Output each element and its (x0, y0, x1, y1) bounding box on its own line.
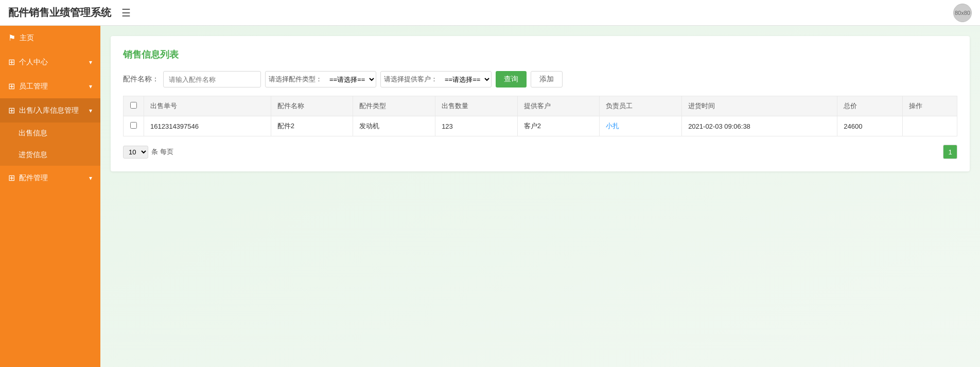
cell-time: 2021-02-03 09:06:38 (682, 116, 837, 136)
header-left: 配件销售业绩管理系统 ☰ (8, 6, 131, 20)
table-header-row: 出售单号 配件名称 配件类型 出售数量 提供客户 负责员工 进货时间 总价 操作 (124, 96, 957, 116)
row-checkbox-cell (124, 116, 144, 136)
cell-order-no: 1612314397546 (144, 116, 271, 136)
col-actions: 操作 (903, 96, 957, 116)
sidebar-subitem-inventory-info-label: 进货信息 (19, 150, 47, 160)
layout: ⚑ 主页 ⊞ 个人中心 ▾ ⊞ 员工管理 ▾ ⊞ 出售/入库信息管理 ▾ 出售信… (0, 26, 980, 367)
part-type-select-wrap: 请选择配件类型： ==请选择== (265, 71, 376, 88)
home-icon: ⚑ (8, 33, 15, 43)
cell-total-price: 24600 (837, 116, 903, 136)
col-part-type: 配件类型 (353, 96, 435, 116)
row-checkbox[interactable] (130, 122, 137, 129)
chevron-down-icon: ▾ (89, 107, 92, 114)
supplier-label: 请选择提供客户： (381, 75, 441, 84)
personal-icon: ⊞ (8, 57, 15, 67)
supplier-select-wrap: 请选择提供客户： ==请选择== (380, 71, 492, 88)
select-all-checkbox[interactable] (130, 102, 137, 109)
supplier-select[interactable]: ==请选择== (441, 72, 491, 87)
sidebar-item-personal-label: 个人中心 (19, 58, 48, 67)
sidebar-item-home-label: 主页 (20, 33, 34, 43)
add-button[interactable]: 添加 (531, 71, 563, 88)
cell-quantity: 123 (435, 116, 518, 136)
sidebar-item-home[interactable]: ⚑ 主页 (0, 26, 100, 50)
table-row: 1612314397546 配件2 发动机 123 客户2 小扎 2021-02… (124, 116, 957, 136)
sidebar-item-employee[interactable]: ⊞ 员工管理 ▾ (0, 74, 100, 98)
cell-employee: 小扎 (600, 116, 682, 136)
col-part-name: 配件名称 (271, 96, 353, 116)
col-checkbox (124, 96, 144, 116)
part-type-select[interactable]: ==请选择== (325, 72, 376, 87)
col-time: 进货时间 (682, 96, 837, 116)
menu-icon[interactable]: ☰ (121, 7, 131, 19)
col-total-price: 总价 (837, 96, 903, 116)
sidebar-item-parts[interactable]: ⊞ 配件管理 ▾ (0, 166, 100, 190)
main-content: 销售信息列表 配件名称： 请选择配件类型： ==请选择== 请选择提供客户： =… (100, 26, 980, 367)
sidebar-subitem-inventory-info[interactable]: 进货信息 (0, 144, 100, 166)
part-name-label: 配件名称： (123, 75, 159, 84)
sidebar-subitem-sales-info-label: 出售信息 (19, 129, 47, 138)
page-1-button[interactable]: 1 (943, 145, 957, 159)
pagination-bar: 10 20 50 条 每页 1 (123, 145, 957, 159)
sidebar-item-sales-inventory-label: 出售/入库信息管理 (19, 106, 79, 115)
chevron-down-icon: ▾ (89, 83, 92, 90)
page-size-wrap: 10 20 50 条 每页 (123, 146, 173, 159)
employee-icon: ⊞ (8, 81, 15, 91)
employee-link[interactable]: 小扎 (606, 122, 619, 130)
sidebar-subitem-sales-info[interactable]: 出售信息 (0, 123, 100, 144)
cell-part-name: 配件2 (271, 116, 353, 136)
parts-icon: ⊞ (8, 173, 15, 183)
sidebar: ⚑ 主页 ⊞ 个人中心 ▾ ⊞ 员工管理 ▾ ⊞ 出售/入库信息管理 ▾ 出售信… (0, 26, 100, 367)
part-name-input[interactable] (163, 71, 261, 88)
pagination-pages: 1 (943, 145, 957, 159)
sales-card: 销售信息列表 配件名称： 请选择配件类型： ==请选择== 请选择提供客户： =… (111, 36, 970, 171)
filter-bar: 配件名称： 请选择配件类型： ==请选择== 请选择提供客户： ==请选择== … (123, 71, 957, 88)
avatar[interactable]: 80x80 (953, 4, 972, 22)
app-title: 配件销售业绩管理系统 (8, 6, 111, 20)
cell-actions (903, 116, 957, 136)
part-type-label: 请选择配件类型： (266, 75, 325, 84)
card-title: 销售信息列表 (123, 48, 957, 61)
cell-part-type: 发动机 (353, 116, 435, 136)
sidebar-item-employee-label: 员工管理 (19, 82, 48, 91)
sales-inventory-icon: ⊞ (8, 106, 15, 115)
per-page-label: 条 每页 (151, 147, 173, 156)
sidebar-item-parts-label: 配件管理 (19, 173, 48, 183)
col-quantity: 出售数量 (435, 96, 518, 116)
query-button[interactable]: 查询 (496, 71, 527, 88)
header: 配件销售业绩管理系统 ☰ 80x80 (0, 0, 980, 26)
col-supplier: 提供客户 (517, 96, 600, 116)
sidebar-item-personal[interactable]: ⊞ 个人中心 ▾ (0, 50, 100, 74)
page-size-select[interactable]: 10 20 50 (123, 146, 148, 159)
chevron-down-icon: ▾ (89, 59, 92, 66)
sales-table: 出售单号 配件名称 配件类型 出售数量 提供客户 负责员工 进货时间 总价 操作 (123, 96, 957, 136)
chevron-down-icon: ▾ (89, 174, 92, 182)
col-order-no: 出售单号 (144, 96, 271, 116)
sidebar-item-sales-inventory[interactable]: ⊞ 出售/入库信息管理 ▾ (0, 98, 100, 123)
col-employee: 负责员工 (600, 96, 682, 116)
cell-supplier: 客户2 (517, 116, 600, 136)
